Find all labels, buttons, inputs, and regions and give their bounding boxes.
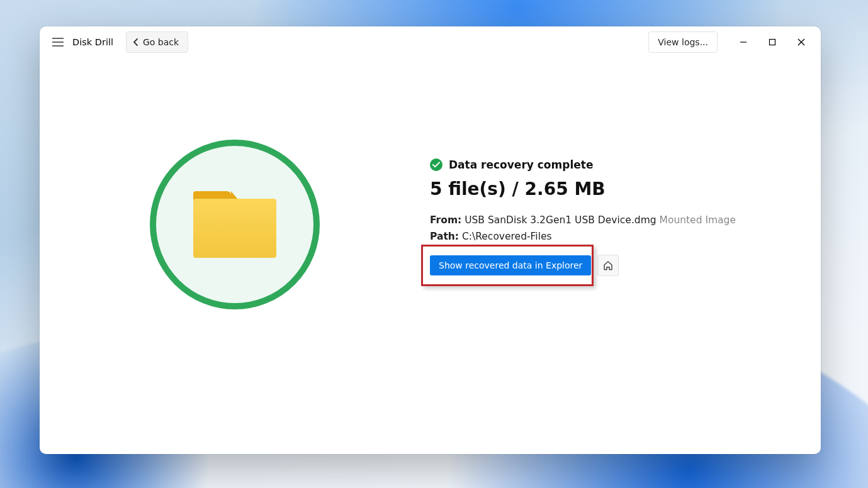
action-row: Show recovered data in Explorer <box>430 255 619 276</box>
success-folder-illustration <box>150 140 320 309</box>
folder-icon <box>193 191 276 258</box>
menu-icon[interactable] <box>47 31 69 53</box>
window-controls <box>729 30 816 55</box>
status-row: Data recovery complete <box>430 158 821 171</box>
home-button[interactable] <box>597 255 619 276</box>
from-line: From: USB SanDisk 3.2Gen1 USB Device.dmg… <box>430 214 821 226</box>
view-logs-button[interactable]: View logs... <box>648 31 718 53</box>
illustration-column <box>40 140 430 454</box>
minimize-button[interactable] <box>729 30 758 55</box>
go-back-button[interactable]: Go back <box>126 31 188 53</box>
go-back-label: Go back <box>143 37 179 47</box>
maximize-button[interactable] <box>758 30 787 55</box>
chevron-left-icon <box>133 38 139 46</box>
recovery-summary: 5 file(s) / 2.65 MB <box>430 179 821 199</box>
check-circle-icon <box>430 158 442 171</box>
from-value: USB SanDisk 3.2Gen1 USB Device.dmg <box>465 214 656 226</box>
app-window: Disk Drill Go back View logs... <box>40 26 821 454</box>
from-label: From: <box>430 214 461 226</box>
app-title: Disk Drill <box>72 37 113 47</box>
show-in-explorer-button[interactable]: Show recovered data in Explorer <box>430 255 591 275</box>
close-button[interactable] <box>787 30 816 55</box>
home-icon <box>602 260 614 271</box>
status-text: Data recovery complete <box>449 158 593 171</box>
path-line: Path: C:\Recovered-Files <box>430 231 821 242</box>
path-value: C:\Recovered-Files <box>462 231 552 242</box>
from-tag: Mounted Image <box>660 214 736 226</box>
svg-rect-0 <box>770 40 775 45</box>
path-label: Path: <box>430 231 459 242</box>
titlebar: Disk Drill Go back View logs... <box>40 26 821 58</box>
result-column: Data recovery complete 5 file(s) / 2.65 … <box>430 140 821 454</box>
content: Data recovery complete 5 file(s) / 2.65 … <box>40 58 821 454</box>
